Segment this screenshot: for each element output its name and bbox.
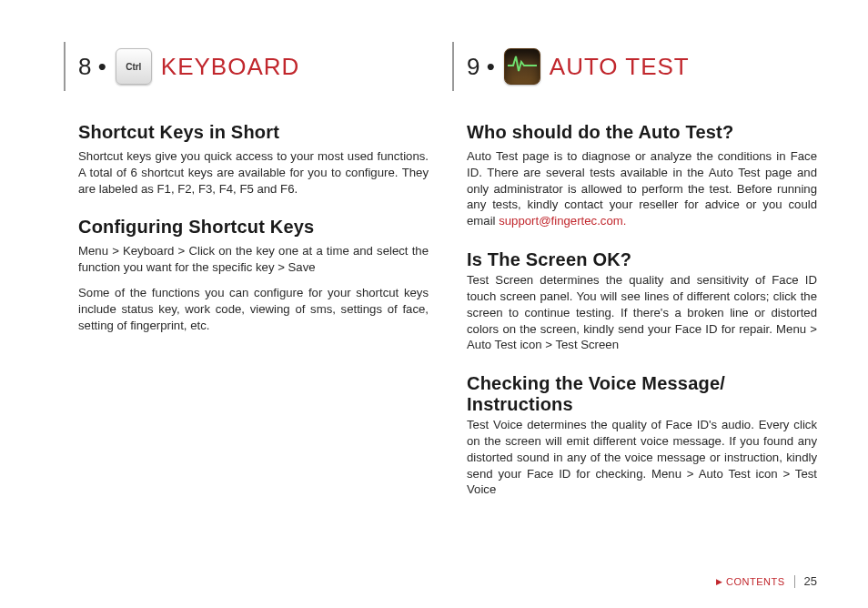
section-heading: Configuring Shortcut Keys — [78, 217, 429, 238]
section-body: Some of the functions you can configure … — [78, 285, 429, 333]
page-footer: ▶ CONTENTS 25 — [716, 574, 817, 588]
chapter-number: 9 • — [467, 53, 495, 81]
section-body: Test Screen determines the quality and s… — [467, 272, 817, 353]
support-email: support@fingertec.com. — [499, 214, 626, 228]
document-page: 8 • Ctrl KEYBOARD Shortcut Keys in Short… — [0, 0, 868, 608]
chapter-header-left: 8 • Ctrl KEYBOARD — [64, 42, 429, 91]
right-column: 9 • AUTO TEST Who should do the Auto Tes… — [467, 42, 817, 518]
section-heading: Checking the Voice Message/ Instructions — [467, 373, 817, 415]
section-heading: Shortcut Keys in Short — [78, 122, 429, 143]
section-body: Test Voice determines the quality of Fac… — [467, 417, 817, 498]
section-body: Auto Test page is to diagnose or analyze… — [467, 148, 817, 229]
chapter-header-right: 9 • AUTO TEST — [452, 42, 817, 91]
left-column: 8 • Ctrl KEYBOARD Shortcut Keys in Short… — [78, 42, 429, 518]
keyboard-key-icon: Ctrl — [116, 48, 152, 85]
chapter-title: KEYBOARD — [161, 53, 300, 81]
section-heading: Is The Screen OK? — [467, 249, 817, 270]
two-column-layout: 8 • Ctrl KEYBOARD Shortcut Keys in Short… — [78, 42, 817, 518]
heartbeat-monitor-icon — [504, 48, 540, 85]
chapter-number: 8 • — [78, 53, 106, 81]
section-heading: Who should do the Auto Test? — [467, 122, 817, 143]
section-body: Menu > Keyboard > Click on the key one a… — [78, 243, 429, 276]
chapter-title: AUTO TEST — [550, 53, 690, 81]
separator — [794, 575, 795, 588]
contents-link[interactable]: CONTENTS — [726, 576, 785, 587]
section-body: Shortcut keys give you quick access to y… — [78, 148, 429, 197]
triangle-icon: ▶ — [716, 577, 722, 586]
page-number: 25 — [804, 574, 817, 588]
